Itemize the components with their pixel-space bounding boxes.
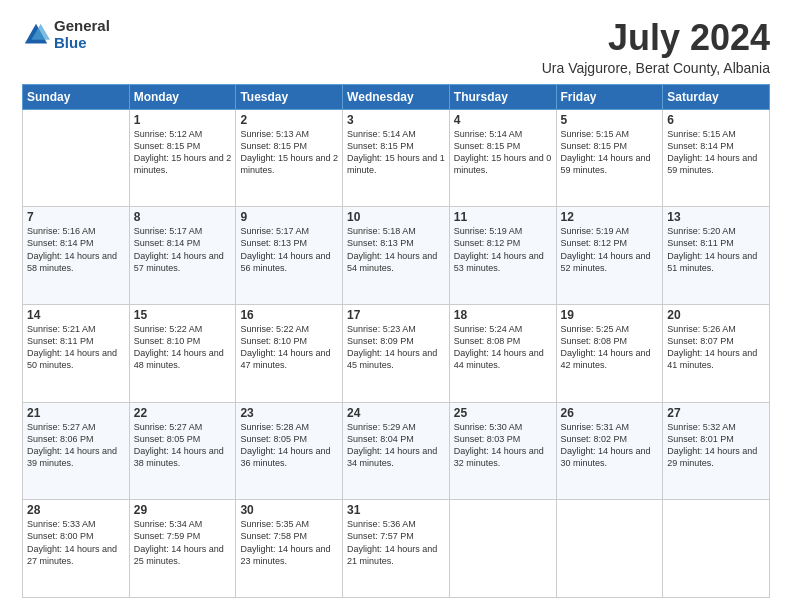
day-number: 27 <box>667 406 765 420</box>
cell-details: Sunrise: 5:21 AMSunset: 8:11 PMDaylight:… <box>27 323 125 372</box>
day-number: 9 <box>240 210 338 224</box>
col-sunday: Sunday <box>23 84 130 109</box>
table-row: 5Sunrise: 5:15 AMSunset: 8:15 PMDaylight… <box>556 109 663 207</box>
calendar-week-row: 7Sunrise: 5:16 AMSunset: 8:14 PMDaylight… <box>23 207 770 305</box>
table-row: 9Sunrise: 5:17 AMSunset: 8:13 PMDaylight… <box>236 207 343 305</box>
col-wednesday: Wednesday <box>343 84 450 109</box>
cell-details: Sunrise: 5:28 AMSunset: 8:05 PMDaylight:… <box>240 421 338 470</box>
day-number: 15 <box>134 308 232 322</box>
table-row: 22Sunrise: 5:27 AMSunset: 8:05 PMDayligh… <box>129 402 236 500</box>
day-number: 16 <box>240 308 338 322</box>
day-number: 22 <box>134 406 232 420</box>
day-number: 6 <box>667 113 765 127</box>
cell-details: Sunrise: 5:18 AMSunset: 8:13 PMDaylight:… <box>347 225 445 274</box>
day-number: 26 <box>561 406 659 420</box>
cell-details: Sunrise: 5:27 AMSunset: 8:05 PMDaylight:… <box>134 421 232 470</box>
calendar-week-row: 28Sunrise: 5:33 AMSunset: 8:00 PMDayligh… <box>23 500 770 598</box>
cell-details: Sunrise: 5:22 AMSunset: 8:10 PMDaylight:… <box>240 323 338 372</box>
day-number: 1 <box>134 113 232 127</box>
table-row: 10Sunrise: 5:18 AMSunset: 8:13 PMDayligh… <box>343 207 450 305</box>
table-row: 8Sunrise: 5:17 AMSunset: 8:14 PMDaylight… <box>129 207 236 305</box>
cell-details: Sunrise: 5:33 AMSunset: 8:00 PMDaylight:… <box>27 518 125 567</box>
table-row <box>23 109 130 207</box>
cell-details: Sunrise: 5:22 AMSunset: 8:10 PMDaylight:… <box>134 323 232 372</box>
cell-details: Sunrise: 5:15 AMSunset: 8:15 PMDaylight:… <box>561 128 659 177</box>
table-row: 20Sunrise: 5:26 AMSunset: 8:07 PMDayligh… <box>663 304 770 402</box>
calendar-week-row: 14Sunrise: 5:21 AMSunset: 8:11 PMDayligh… <box>23 304 770 402</box>
table-row: 1Sunrise: 5:12 AMSunset: 8:15 PMDaylight… <box>129 109 236 207</box>
cell-details: Sunrise: 5:36 AMSunset: 7:57 PMDaylight:… <box>347 518 445 567</box>
day-number: 13 <box>667 210 765 224</box>
table-row: 4Sunrise: 5:14 AMSunset: 8:15 PMDaylight… <box>449 109 556 207</box>
cell-details: Sunrise: 5:14 AMSunset: 8:15 PMDaylight:… <box>347 128 445 177</box>
day-number: 3 <box>347 113 445 127</box>
logo: General Blue <box>22 18 110 51</box>
cell-details: Sunrise: 5:27 AMSunset: 8:06 PMDaylight:… <box>27 421 125 470</box>
cell-details: Sunrise: 5:34 AMSunset: 7:59 PMDaylight:… <box>134 518 232 567</box>
table-row <box>449 500 556 598</box>
table-row: 24Sunrise: 5:29 AMSunset: 8:04 PMDayligh… <box>343 402 450 500</box>
day-number: 8 <box>134 210 232 224</box>
table-row: 29Sunrise: 5:34 AMSunset: 7:59 PMDayligh… <box>129 500 236 598</box>
table-row: 27Sunrise: 5:32 AMSunset: 8:01 PMDayligh… <box>663 402 770 500</box>
day-number: 31 <box>347 503 445 517</box>
col-saturday: Saturday <box>663 84 770 109</box>
cell-details: Sunrise: 5:25 AMSunset: 8:08 PMDaylight:… <box>561 323 659 372</box>
table-row: 21Sunrise: 5:27 AMSunset: 8:06 PMDayligh… <box>23 402 130 500</box>
table-row <box>556 500 663 598</box>
cell-details: Sunrise: 5:24 AMSunset: 8:08 PMDaylight:… <box>454 323 552 372</box>
cell-details: Sunrise: 5:29 AMSunset: 8:04 PMDaylight:… <box>347 421 445 470</box>
day-number: 18 <box>454 308 552 322</box>
cell-details: Sunrise: 5:32 AMSunset: 8:01 PMDaylight:… <box>667 421 765 470</box>
table-row: 25Sunrise: 5:30 AMSunset: 8:03 PMDayligh… <box>449 402 556 500</box>
table-row: 28Sunrise: 5:33 AMSunset: 8:00 PMDayligh… <box>23 500 130 598</box>
table-row: 17Sunrise: 5:23 AMSunset: 8:09 PMDayligh… <box>343 304 450 402</box>
table-row: 19Sunrise: 5:25 AMSunset: 8:08 PMDayligh… <box>556 304 663 402</box>
day-number: 17 <box>347 308 445 322</box>
day-number: 11 <box>454 210 552 224</box>
col-thursday: Thursday <box>449 84 556 109</box>
table-row: 31Sunrise: 5:36 AMSunset: 7:57 PMDayligh… <box>343 500 450 598</box>
logo-blue-text: Blue <box>54 35 110 52</box>
table-row: 18Sunrise: 5:24 AMSunset: 8:08 PMDayligh… <box>449 304 556 402</box>
cell-details: Sunrise: 5:19 AMSunset: 8:12 PMDaylight:… <box>454 225 552 274</box>
cell-details: Sunrise: 5:15 AMSunset: 8:14 PMDaylight:… <box>667 128 765 177</box>
day-number: 20 <box>667 308 765 322</box>
day-number: 28 <box>27 503 125 517</box>
day-number: 19 <box>561 308 659 322</box>
day-number: 12 <box>561 210 659 224</box>
day-number: 29 <box>134 503 232 517</box>
table-row: 15Sunrise: 5:22 AMSunset: 8:10 PMDayligh… <box>129 304 236 402</box>
day-number: 21 <box>27 406 125 420</box>
cell-details: Sunrise: 5:16 AMSunset: 8:14 PMDaylight:… <box>27 225 125 274</box>
table-row: 11Sunrise: 5:19 AMSunset: 8:12 PMDayligh… <box>449 207 556 305</box>
cell-details: Sunrise: 5:13 AMSunset: 8:15 PMDaylight:… <box>240 128 338 177</box>
day-number: 4 <box>454 113 552 127</box>
logo-text: General Blue <box>54 18 110 51</box>
cell-details: Sunrise: 5:31 AMSunset: 8:02 PMDaylight:… <box>561 421 659 470</box>
calendar-week-row: 1Sunrise: 5:12 AMSunset: 8:15 PMDaylight… <box>23 109 770 207</box>
table-row: 13Sunrise: 5:20 AMSunset: 8:11 PMDayligh… <box>663 207 770 305</box>
cell-details: Sunrise: 5:17 AMSunset: 8:13 PMDaylight:… <box>240 225 338 274</box>
col-tuesday: Tuesday <box>236 84 343 109</box>
cell-details: Sunrise: 5:35 AMSunset: 7:58 PMDaylight:… <box>240 518 338 567</box>
table-row: 12Sunrise: 5:19 AMSunset: 8:12 PMDayligh… <box>556 207 663 305</box>
table-row: 14Sunrise: 5:21 AMSunset: 8:11 PMDayligh… <box>23 304 130 402</box>
day-number: 7 <box>27 210 125 224</box>
col-friday: Friday <box>556 84 663 109</box>
calendar-week-row: 21Sunrise: 5:27 AMSunset: 8:06 PMDayligh… <box>23 402 770 500</box>
cell-details: Sunrise: 5:26 AMSunset: 8:07 PMDaylight:… <box>667 323 765 372</box>
main-title: July 2024 <box>542 18 770 58</box>
logo-icon <box>22 21 50 49</box>
day-number: 5 <box>561 113 659 127</box>
table-row: 23Sunrise: 5:28 AMSunset: 8:05 PMDayligh… <box>236 402 343 500</box>
cell-details: Sunrise: 5:30 AMSunset: 8:03 PMDaylight:… <box>454 421 552 470</box>
day-number: 14 <box>27 308 125 322</box>
day-number: 2 <box>240 113 338 127</box>
cell-details: Sunrise: 5:17 AMSunset: 8:14 PMDaylight:… <box>134 225 232 274</box>
cell-details: Sunrise: 5:19 AMSunset: 8:12 PMDaylight:… <box>561 225 659 274</box>
subtitle: Ura Vajgurore, Berat County, Albania <box>542 60 770 76</box>
cell-details: Sunrise: 5:23 AMSunset: 8:09 PMDaylight:… <box>347 323 445 372</box>
cell-details: Sunrise: 5:20 AMSunset: 8:11 PMDaylight:… <box>667 225 765 274</box>
calendar-header-row: Sunday Monday Tuesday Wednesday Thursday… <box>23 84 770 109</box>
